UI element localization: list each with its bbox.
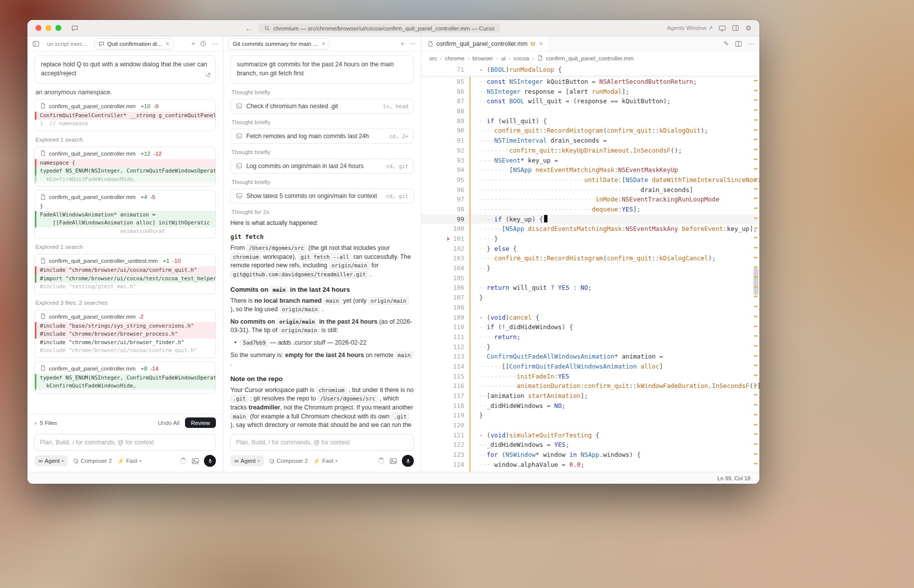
code-line[interactable]: 113··ConfirmQuitFadeAllWindowsAnimation*…	[421, 352, 759, 362]
left-conversation[interactable]: replace hold Q to quit with a window dia…	[27, 51, 223, 414]
close-icon[interactable]: ×	[166, 40, 170, 47]
code-line[interactable]: 114······[[ConfirmQuitFadeAllWindowsAnim…	[421, 362, 759, 372]
code-area[interactable]: 85··const NSInteger kQuitButton = NSAler…	[421, 75, 759, 472]
user-prompt[interactable]: summarize git commits for the past 24 ho…	[230, 55, 414, 84]
review-button[interactable]: Review	[185, 417, 216, 428]
changed-files-bar[interactable]: › 5 Files Undo All Review	[27, 414, 223, 431]
new-tab-button[interactable]: +	[191, 40, 195, 47]
more-icon[interactable]: ⋯	[409, 40, 416, 47]
history-clock-icon[interactable]	[200, 40, 206, 47]
code-line[interactable]: 90····confirm_quit::RecordHistogram(conf…	[421, 126, 759, 136]
tool-call-card[interactable]: Show latest 5 commits on origin/main for…	[230, 189, 414, 203]
code-line[interactable]: 104··}	[421, 263, 759, 273]
code-line[interactable]: 86··NSInteger response = [alert runModal…	[421, 87, 759, 97]
code-line[interactable]: 92········confirm_quit::kKeyUpDrainTimeo…	[421, 146, 759, 156]
scrollbar-thumb[interactable]	[753, 267, 758, 295]
code-line[interactable]: 98······························dequeue:…	[421, 204, 759, 214]
breadcrumb-item[interactable]: ui	[501, 55, 506, 61]
ai-edit-icon[interactable]: ✎	[724, 40, 729, 47]
more-icon[interactable]: ⋯	[748, 40, 754, 47]
code-line[interactable]: 97·······························inMode:…	[421, 195, 759, 204]
close-icon[interactable]: ×	[540, 40, 543, 47]
model-speed-selector[interactable]: ⚡ Fast ▾	[117, 458, 141, 464]
code-line[interactable]: 112··}	[421, 342, 759, 352]
code-line[interactable]: 88	[421, 106, 759, 116]
middle-conversation[interactable]: summarize git commits for the past 24 ho…	[223, 51, 421, 431]
tab-git-commits-summary[interactable]: Git commits summary for main ... ×	[228, 38, 330, 49]
code-line[interactable]: 106··return will_quit ? YES : NO;	[421, 283, 759, 293]
file-diff-card[interactable]: confirm_quit_panel_controller.mm-2#inclu…	[34, 310, 216, 358]
breadcrumb-item[interactable]: src	[429, 55, 437, 61]
composer-selector[interactable]: Composer 2	[73, 458, 112, 464]
new-tab-button[interactable]: +	[400, 40, 404, 47]
code-line[interactable]: 116··········animationDuration:confirm_q…	[421, 381, 759, 391]
chat-bubble-icon[interactable]	[71, 24, 78, 31]
code-line[interactable]: 122··_didHideWindows = YES;	[421, 440, 759, 450]
file-diff-card[interactable]: confirm_quit_panel_controller.mm+10-9Con…	[34, 99, 216, 131]
file-diff-card[interactable]: confirm_quit_panel_controller.mm+12-12na…	[34, 147, 216, 187]
breadcrumb-item[interactable]: confirm_quit_panel_controller.mm	[546, 55, 633, 61]
code-line[interactable]: 89··if (will_quit) {	[421, 116, 759, 126]
code-line[interactable]: 121- (void)simulateQuitForTesting {	[421, 430, 759, 440]
settings-gear-icon[interactable]: ⚙	[745, 24, 751, 32]
attach-image-icon[interactable]	[191, 457, 199, 465]
code-line[interactable]: 101····}	[421, 234, 759, 244]
more-icon[interactable]: ⋯	[211, 40, 218, 47]
titlebar[interactable]: ← chromium — src/chrome/browser/ui/cocoa…	[27, 20, 759, 36]
left-composer-inputbox[interactable]	[34, 434, 216, 451]
breadcrumb-item[interactable]: browser	[472, 55, 493, 61]
sticky-scroll-line[interactable]: 71 - (BOOL)runModalLoop {	[421, 64, 759, 75]
file-diff-card[interactable]: confirm_quit_panel_controller.mm+8-14typ…	[34, 362, 216, 393]
middle-composer-inputbox[interactable]	[230, 434, 414, 451]
back-arrow-icon[interactable]: ←	[245, 24, 252, 32]
monitor-icon[interactable]	[719, 24, 726, 32]
undo-all-button[interactable]: Undo All	[158, 419, 180, 426]
code-line[interactable]: 125··}	[421, 470, 759, 472]
code-line[interactable]: 87··const BOOL will_quit = (response == …	[421, 96, 759, 106]
zoom-window-button[interactable]	[55, 25, 61, 31]
code-line[interactable]: 111····return;	[421, 332, 759, 342]
code-line[interactable]: 118··_didHideWindows = NO;	[421, 401, 759, 411]
left-composer-input[interactable]	[40, 439, 210, 446]
layout-columns-icon[interactable]	[732, 24, 739, 31]
code-line[interactable]: 100······[NSApp discardEventsMatchingMas…	[421, 224, 759, 234]
code-line[interactable]: 95····························untilDate:…	[421, 175, 759, 185]
editor-tab-active[interactable]: confirm_quit_panel_controller.mm M ×	[421, 36, 549, 51]
code-line[interactable]: 107}	[421, 293, 759, 303]
code-line[interactable]: 108	[421, 303, 759, 313]
minimize-window-button[interactable]	[45, 25, 51, 31]
model-speed-selector[interactable]: ⚡ Fast ▾	[313, 458, 337, 464]
code-line[interactable]: 115··········initFadeIn:YES	[421, 372, 759, 382]
code-line[interactable]: 109- (void)cancel {	[421, 313, 759, 323]
code-line[interactable]: 105	[421, 273, 759, 283]
retry-icon[interactable]: ↺	[205, 71, 211, 80]
middle-composer-input[interactable]	[236, 439, 408, 446]
agent-mode-selector[interactable]: ∞ Agent ▾	[230, 455, 264, 466]
voice-input-button[interactable]	[204, 455, 216, 467]
code-line[interactable]: 99····if (key_up) {	[421, 214, 759, 224]
close-window-button[interactable]	[35, 25, 41, 31]
composer-selector[interactable]: Composer 2	[269, 458, 308, 464]
close-icon[interactable]: ×	[322, 40, 325, 47]
attach-image-icon[interactable]	[389, 457, 397, 465]
tool-call-card[interactable]: Log commits on origin/main in last 24 ho…	[230, 159, 414, 174]
code-line[interactable]: 91····NSTimeInterval drain_seconds =	[421, 136, 759, 146]
code-line[interactable]: 103····confirm_quit::RecordHistogram(con…	[421, 253, 759, 263]
agents-window-label[interactable]: Agents Window ↗	[667, 24, 713, 31]
agent-mode-selector[interactable]: ∞ Agent ▾	[34, 455, 68, 466]
code-line[interactable]: 124····window.alphaValue = 0.0;	[421, 460, 759, 470]
voice-input-button[interactable]	[402, 455, 414, 467]
file-diff-card[interactable]: confirm_quit_panel_controller.mm+4-5}Fad…	[34, 190, 216, 238]
code-line[interactable]: 85··const NSInteger kQuitButton = NSAler…	[421, 77, 759, 87]
user-prompt[interactable]: replace hold Q to quit with a window dia…	[34, 55, 216, 84]
code-line[interactable]: 102··} else {	[421, 244, 759, 254]
code-line[interactable]: 123··for (NSWindow* window in NSApp.wind…	[421, 450, 759, 460]
code-line[interactable]: 110··if (!_didHideWindows) {	[421, 322, 759, 332]
file-diff-card[interactable]: confirm_quit_panel_controller_unittest.m…	[34, 254, 216, 294]
code-line[interactable]: 119}	[421, 410, 759, 420]
sidebar-toggle-icon[interactable]	[32, 40, 39, 47]
code-line[interactable]: 120	[421, 420, 759, 430]
tool-call-card[interactable]: Check if chromium has nested .gitls, hea…	[230, 99, 414, 114]
code-line[interactable]: 96······································…	[421, 185, 759, 195]
tool-call-card[interactable]: Fetch remotes and log main commits last …	[230, 129, 414, 144]
